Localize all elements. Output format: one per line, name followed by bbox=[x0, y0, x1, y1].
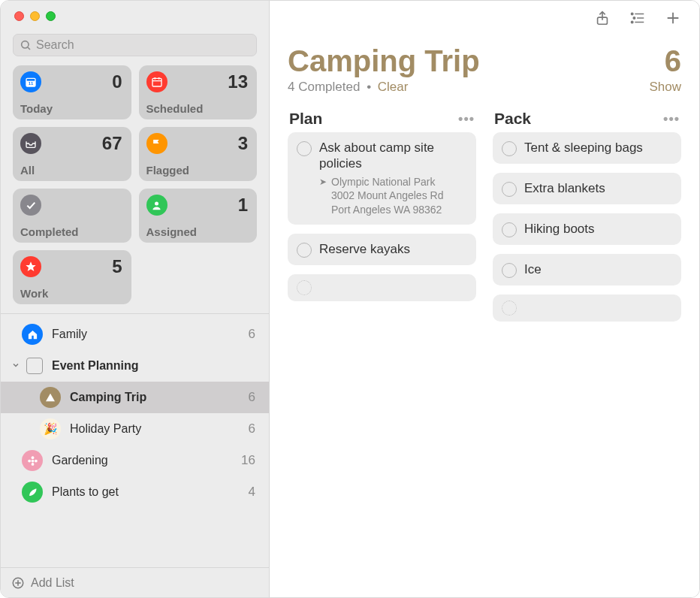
fullscreen-window-button[interactable] bbox=[46, 11, 56, 21]
new-reminder-placeholder[interactable] bbox=[493, 294, 681, 322]
close-window-button[interactable] bbox=[14, 11, 24, 21]
flower-icon bbox=[22, 450, 43, 471]
sidebar-item-count: 16 bbox=[241, 453, 255, 468]
complete-toggle[interactable] bbox=[502, 263, 517, 278]
section-plan: Plan ••• Ask about camp site policies ➤ … bbox=[288, 110, 476, 331]
leaf-icon bbox=[22, 482, 43, 503]
reminder-location: ➤ Olympic National Park 3002 Mount Angel… bbox=[319, 175, 467, 218]
sidebar-item-holiday-party[interactable]: 🎉 Holiday Party 6 bbox=[1, 413, 269, 445]
calendar-icon bbox=[146, 71, 167, 92]
svg-point-21 bbox=[631, 13, 632, 14]
smart-list-today[interactable]: 11 0 Today bbox=[13, 65, 131, 119]
calendar-today-icon: 11 bbox=[20, 71, 41, 92]
sidebar-item-label: Plants to get bbox=[52, 485, 249, 499]
complete-toggle[interactable] bbox=[297, 243, 312, 258]
smart-list-all[interactable]: 67 All bbox=[13, 127, 131, 181]
assigned-label: Assigned bbox=[146, 225, 249, 238]
view-options-button[interactable] bbox=[629, 10, 647, 29]
house-icon bbox=[22, 324, 43, 345]
all-label: All bbox=[20, 164, 122, 177]
sidebar-group-event-planning[interactable]: Event Planning bbox=[1, 350, 269, 382]
clear-completed-button[interactable]: Clear bbox=[378, 80, 409, 94]
plus-circle-icon bbox=[11, 576, 25, 590]
sidebar-item-count: 6 bbox=[249, 327, 255, 342]
section-menu-button[interactable]: ••• bbox=[458, 111, 475, 127]
svg-text:11: 11 bbox=[29, 81, 34, 86]
window-controls bbox=[1, 1, 269, 31]
work-label: Work bbox=[20, 287, 122, 300]
star-icon bbox=[20, 256, 41, 277]
sidebar-item-count: 4 bbox=[249, 485, 255, 500]
svg-point-10 bbox=[155, 201, 158, 205]
tent-icon bbox=[40, 387, 61, 408]
reminder-title: Ice bbox=[524, 261, 672, 277]
location-icon: ➤ bbox=[319, 176, 327, 188]
plus-icon bbox=[665, 10, 681, 26]
minimize-window-button[interactable] bbox=[30, 11, 40, 21]
add-list-button[interactable]: Add List bbox=[1, 567, 269, 597]
checkmark-icon bbox=[20, 195, 41, 216]
sidebar: 11 0 Today 13 Scheduled bbox=[1, 1, 270, 597]
flag-icon bbox=[146, 133, 167, 154]
search-icon bbox=[20, 39, 32, 51]
smart-list-completed[interactable]: Completed bbox=[13, 189, 131, 243]
tray-icon bbox=[20, 133, 41, 154]
search-field[interactable] bbox=[13, 34, 257, 56]
complete-toggle[interactable] bbox=[502, 222, 517, 237]
sidebar-item-gardening[interactable]: Gardening 16 bbox=[1, 445, 269, 476]
reminder-item[interactable]: Extra blankets bbox=[493, 173, 681, 204]
reminder-item[interactable]: Hiking boots bbox=[493, 213, 681, 245]
sidebar-item-camping-trip[interactable]: Camping Trip 6 bbox=[1, 382, 269, 413]
today-count: 0 bbox=[112, 71, 122, 92]
completed-label: Completed bbox=[20, 225, 122, 238]
svg-point-23 bbox=[633, 17, 635, 19]
sidebar-item-plants-to-get[interactable]: Plants to get 4 bbox=[1, 476, 269, 508]
share-button[interactable] bbox=[594, 9, 611, 30]
party-icon: 🎉 bbox=[40, 418, 61, 439]
svg-marker-11 bbox=[26, 261, 35, 271]
toolbar bbox=[270, 1, 699, 38]
page-title: Camping Trip bbox=[288, 44, 480, 78]
section-menu-button[interactable]: ••• bbox=[663, 111, 680, 127]
show-completed-button[interactable]: Show bbox=[649, 80, 681, 95]
chevron-down-icon bbox=[11, 359, 22, 373]
svg-point-14 bbox=[31, 463, 34, 466]
section-title: Pack bbox=[494, 110, 531, 128]
complete-toggle[interactable] bbox=[502, 182, 517, 197]
reminder-title: Ask about camp site policies bbox=[319, 140, 467, 172]
reminder-title: Reserve kayaks bbox=[319, 241, 467, 257]
reminder-item[interactable]: Reserve kayaks bbox=[288, 234, 476, 265]
smart-list-scheduled[interactable]: 13 Scheduled bbox=[139, 65, 258, 119]
work-count: 5 bbox=[112, 256, 122, 277]
reminder-title: Tent & sleeping bags bbox=[524, 140, 672, 156]
flagged-count: 3 bbox=[238, 133, 248, 154]
my-lists: Family 6 Event Planning Camping Trip 6 🎉 bbox=[1, 313, 269, 567]
svg-line-1 bbox=[28, 47, 30, 50]
svg-point-12 bbox=[31, 459, 34, 462]
sidebar-item-family[interactable]: Family 6 bbox=[1, 319, 269, 350]
svg-rect-6 bbox=[152, 78, 161, 86]
add-list-label: Add List bbox=[31, 576, 74, 590]
sidebar-item-label: Family bbox=[52, 328, 249, 341]
scheduled-label: Scheduled bbox=[146, 102, 249, 115]
smart-list-work[interactable]: 5 Work bbox=[13, 250, 131, 304]
new-reminder-button[interactable] bbox=[665, 10, 681, 29]
complete-toggle[interactable] bbox=[502, 141, 517, 156]
complete-toggle[interactable] bbox=[297, 141, 312, 156]
smart-list-assigned[interactable]: 1 Assigned bbox=[139, 189, 258, 243]
complete-toggle bbox=[502, 301, 517, 316]
flagged-label: Flagged bbox=[146, 164, 249, 177]
svg-point-25 bbox=[631, 21, 632, 23]
new-reminder-placeholder[interactable] bbox=[288, 274, 476, 301]
svg-point-13 bbox=[31, 456, 34, 459]
list-bullet-indent-icon bbox=[629, 10, 647, 26]
search-input[interactable] bbox=[36, 38, 250, 52]
complete-toggle bbox=[297, 280, 312, 295]
smart-list-flagged[interactable]: 3 Flagged bbox=[139, 127, 258, 181]
reminder-title: Extra blankets bbox=[524, 180, 672, 196]
reminder-item[interactable]: Ice bbox=[493, 254, 681, 285]
page-count: 6 bbox=[665, 44, 681, 78]
reminder-item[interactable]: Tent & sleeping bags bbox=[493, 132, 681, 164]
reminder-item[interactable]: Ask about camp site policies ➤ Olympic N… bbox=[288, 132, 476, 225]
main-pane: Camping Trip 6 4 Completed • Clear Show … bbox=[270, 1, 699, 597]
